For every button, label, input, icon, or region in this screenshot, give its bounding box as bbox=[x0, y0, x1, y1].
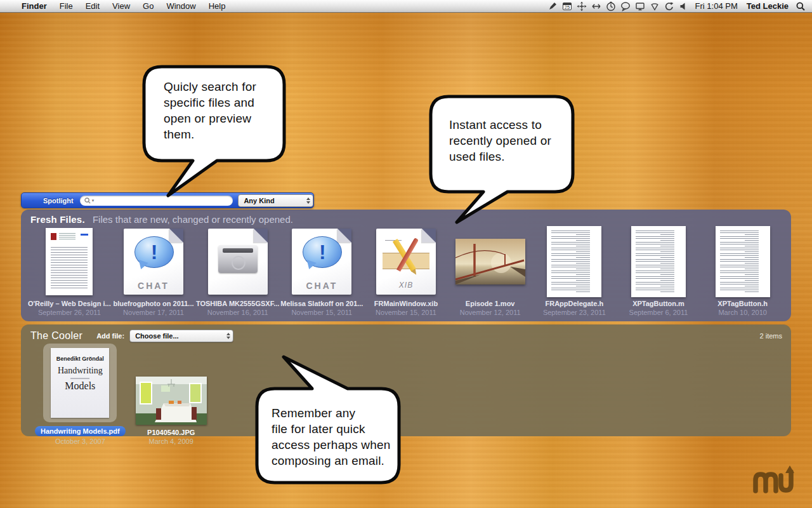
file-item[interactable]: TOSHIBA MK2555GSXF... November 16, 2011 bbox=[195, 226, 280, 316]
file-date: November 15, 2011 bbox=[376, 309, 436, 316]
file-name: TOSHIBA MK2555GSXF... bbox=[196, 300, 279, 307]
airport-icon[interactable] bbox=[650, 1, 660, 11]
menu-window[interactable]: Window bbox=[160, 0, 202, 12]
file-item[interactable]: FRAppDelegate.h September 23, 2011 bbox=[532, 226, 617, 316]
choose-file-value: Choose file... bbox=[135, 332, 224, 340]
menu-view[interactable]: View bbox=[106, 0, 136, 12]
cover-title-line1: Handwriting bbox=[51, 366, 109, 376]
file-name: O'Reilly – Web Design i... bbox=[28, 300, 111, 307]
cover-title-line2: Models bbox=[51, 380, 109, 392]
file-date: October 3, 2007 bbox=[55, 438, 105, 445]
menu-bar-user[interactable]: Ted Leckie bbox=[744, 1, 791, 11]
code-line-gaps bbox=[551, 231, 576, 293]
menu-bar-status-area: 25 Fri 1:04 PM Ted Leckie bbox=[547, 1, 812, 11]
exclamation-glyph: ! bbox=[151, 242, 158, 262]
file-date: March 4, 2009 bbox=[149, 438, 193, 445]
code-line-gaps bbox=[636, 231, 660, 293]
file-item[interactable]: O'Reilly – Web Design i... September 26,… bbox=[27, 226, 112, 316]
chat-balloon-icon: ! bbox=[134, 236, 174, 268]
file-date: March 10, 2010 bbox=[718, 309, 766, 316]
text-document-icon[interactable] bbox=[46, 226, 93, 297]
page-with-fold: ! CHAT bbox=[124, 229, 183, 295]
file-item[interactable]: XIB FRMainWindow.xib November 15, 2011 bbox=[364, 226, 449, 316]
file-item[interactable]: XPTagButton.m September 6, 2011 bbox=[617, 226, 701, 316]
file-name: XPTagButton.h bbox=[717, 300, 768, 307]
timer-icon[interactable] bbox=[606, 1, 616, 11]
file-item[interactable]: Episode 1.mov November 12, 2011 bbox=[448, 226, 532, 316]
cooler-item-count: 2 items bbox=[760, 332, 782, 340]
movie-thumbnail-icon[interactable] bbox=[455, 226, 525, 297]
menu-file[interactable]: File bbox=[53, 0, 79, 12]
cover-author: Benedikt Gröndal bbox=[51, 348, 109, 362]
chat-balloon-icon: ! bbox=[303, 236, 342, 268]
code-document-icon[interactable] bbox=[631, 226, 686, 297]
menu-edit[interactable]: Edit bbox=[79, 0, 106, 12]
add-file-label: Add file: bbox=[96, 332, 124, 340]
calendar-icon[interactable]: 25 bbox=[562, 1, 572, 11]
choose-file-select[interactable]: Choose file... bbox=[129, 330, 233, 342]
file-date: November 17, 2011 bbox=[123, 309, 184, 316]
file-item[interactable]: XPTagButton.h March 10, 2010 bbox=[700, 226, 785, 316]
menu-finder[interactable]: Finder bbox=[15, 0, 53, 12]
chat-icon[interactable] bbox=[620, 1, 631, 11]
file-date: November 16, 2011 bbox=[207, 309, 268, 316]
move-icon[interactable] bbox=[577, 1, 587, 11]
code-document-icon[interactable] bbox=[547, 226, 601, 297]
photo-thumbnail bbox=[136, 377, 207, 425]
menu-bar-clock[interactable]: Fri 1:04 PM bbox=[693, 1, 740, 11]
code-thumbnail bbox=[631, 226, 686, 297]
menu-go[interactable]: Go bbox=[136, 0, 160, 12]
menu-bar: Finder File Edit View Go Window Help 25 … bbox=[0, 0, 812, 13]
page-with-fold: XIB bbox=[376, 229, 436, 295]
cooler-items-list: Benedikt Gröndal Handwriting Models Hand… bbox=[21, 344, 791, 445]
speech-bubble-search-text: Quicly search for specific files and ope… bbox=[164, 79, 278, 142]
speech-bubble-remember-text: Remember any file for later quick access… bbox=[272, 405, 402, 469]
speech-bubble-recent-text: Instant access to recently opened or use… bbox=[449, 117, 573, 164]
file-item[interactable]: ! CHAT bluefrogphoto on 2011... November… bbox=[112, 226, 196, 316]
chat-document-icon[interactable]: ! CHAT bbox=[124, 226, 183, 297]
code-thumbnail bbox=[716, 226, 770, 297]
file-date: September 23, 2011 bbox=[543, 309, 606, 316]
chat-document-icon[interactable]: ! CHAT bbox=[292, 226, 351, 297]
search-icon bbox=[84, 197, 91, 204]
macupdate-logo bbox=[752, 464, 794, 495]
file-name: bluefrogphoto on 2011... bbox=[113, 300, 193, 307]
file-date: September 26, 2011 bbox=[38, 309, 101, 316]
file-name: XPTagButton.m bbox=[632, 300, 684, 307]
spotlight-label: Spotlight bbox=[43, 197, 74, 204]
select-stepper-icon bbox=[306, 197, 310, 204]
golden-gate-movie-frame bbox=[455, 239, 525, 284]
sync-icon[interactable] bbox=[664, 1, 674, 11]
xib-label: XIB bbox=[376, 281, 436, 290]
resize-icon[interactable] bbox=[591, 1, 601, 11]
fresh-files-subtitle: Files that are new, changed or recently … bbox=[93, 214, 293, 225]
selection-highlight: Benedikt Gröndal Handwriting Models bbox=[43, 344, 117, 422]
exclamation-glyph: ! bbox=[319, 242, 326, 262]
cooler-item[interactable]: P1040540.JPG March 4, 2009 bbox=[136, 377, 207, 445]
chat-label: CHAT bbox=[124, 281, 183, 291]
file-date: November 12, 2011 bbox=[460, 309, 521, 316]
page-with-fold bbox=[208, 229, 268, 295]
hard-drive-icon bbox=[218, 245, 258, 273]
pdf-cover-thumbnail: Benedikt Gröndal Handwriting Models bbox=[51, 348, 109, 418]
file-name: Episode 1.mov bbox=[466, 300, 515, 307]
pen-icon[interactable] bbox=[547, 1, 558, 11]
page-with-fold: ! CHAT bbox=[292, 229, 351, 295]
drive-document-icon[interactable] bbox=[208, 226, 268, 297]
cooler-item-selected[interactable]: Benedikt Gröndal Handwriting Models Hand… bbox=[35, 344, 126, 445]
spotlight-icon[interactable] bbox=[796, 1, 806, 11]
file-item[interactable]: ! CHAT Melissa Slatkoff on 201... Novemb… bbox=[280, 226, 364, 316]
xib-document-icon[interactable]: XIB bbox=[376, 226, 436, 297]
code-thumbnail bbox=[547, 226, 601, 297]
code-document-icon[interactable] bbox=[716, 226, 770, 297]
menu-help[interactable]: Help bbox=[202, 0, 232, 12]
letterhead-address bbox=[59, 233, 75, 241]
file-name-selected[interactable]: Handwriting Models.pdf bbox=[35, 426, 126, 436]
chat-label: CHAT bbox=[292, 281, 351, 291]
document-text-lines bbox=[51, 247, 88, 290]
letterhead-logo bbox=[51, 233, 56, 240]
display-icon[interactable] bbox=[635, 1, 645, 11]
fresh-files-panel: Fresh Files. Files that are new, changed… bbox=[21, 210, 791, 321]
letterhead-rule bbox=[81, 234, 88, 236]
volume-icon[interactable] bbox=[679, 1, 689, 11]
